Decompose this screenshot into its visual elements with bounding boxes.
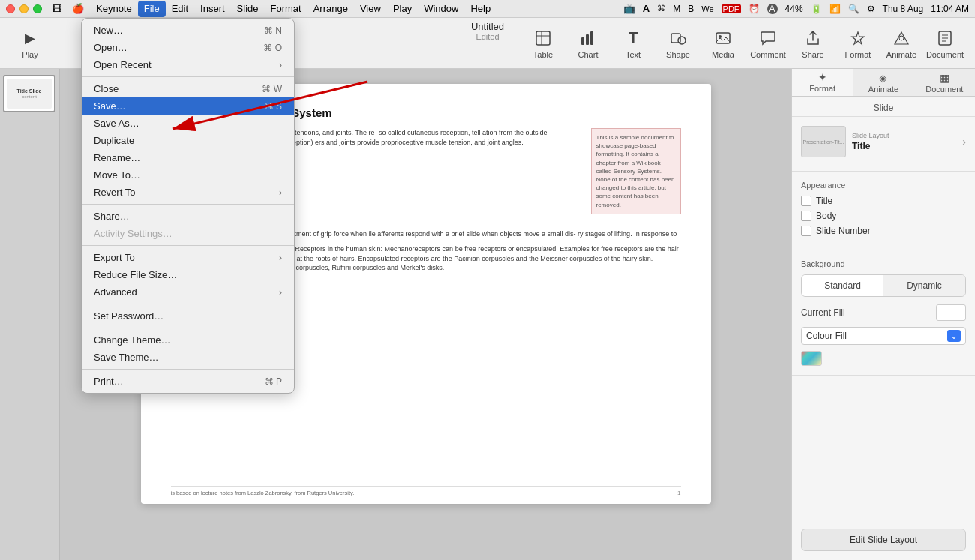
file-menu-overlay: New… ⌘ N Open… ⌘ O Open Recent › Close ⌘… <box>0 18 975 560</box>
menu-item-new[interactable]: New… ⌘ N <box>82 22 294 39</box>
menubar-right: 📺 A ⌘ M B We PDF ⏰ A 44% 🔋 📶 🔍 ⚙ Thu 8 A… <box>623 3 969 14</box>
menu-item-reduce-file-size[interactable]: Reduce File Size… <box>82 266 294 283</box>
menu-item-print[interactable]: Print… ⌘ P <box>82 373 294 390</box>
save-theme-label: Save Theme… <box>94 352 282 363</box>
menu-item-export-to[interactable]: Export To › <box>82 249 294 266</box>
menubar-clock-icon: ⏰ <box>748 4 760 14</box>
revert-to-arrow-icon: › <box>279 187 282 198</box>
menu-item-change-theme[interactable]: Change Theme… <box>82 331 294 349</box>
menubar-mail-icon: M <box>673 4 680 14</box>
export-to-arrow-icon: › <box>279 253 282 263</box>
separator-6 <box>82 369 294 370</box>
file-label: File <box>144 3 160 14</box>
menu-item-set-password[interactable]: Set Password… <box>82 307 294 325</box>
menubar-time: 11:04 AM <box>931 4 969 14</box>
menubar-we-icon: We <box>701 4 713 13</box>
activity-settings-label: Activity Settings… <box>94 228 282 239</box>
battery-icon: 🔋 <box>811 4 822 14</box>
menu-item-share[interactable]: Share… <box>82 208 294 225</box>
menubar-item-insert[interactable]: Insert <box>194 1 231 17</box>
traffic-lights <box>6 4 42 13</box>
advanced-arrow-icon: › <box>279 287 282 298</box>
search-menubar-icon: 🔍 <box>848 4 860 14</box>
menubar-item-apple[interactable]: 🍎 <box>66 1 90 17</box>
menubar-screenshare-icon: 📺 <box>623 3 635 14</box>
open-recent-label: Open Recent <box>94 59 279 70</box>
menu-item-duplicate[interactable]: Duplicate <box>82 132 294 149</box>
menu-item-save-as[interactable]: Save As… <box>82 115 294 132</box>
reduce-file-size-label: Reduce File Size… <box>94 269 282 280</box>
menubar-item-file[interactable]: File <box>138 1 166 17</box>
menubar-item-slide[interactable]: Slide <box>231 1 265 17</box>
menubar-pdf-icon: PDF <box>722 4 741 13</box>
menubar-item-view[interactable]: View <box>354 1 387 17</box>
menubar-date: Thu 8 Aug <box>883 4 924 14</box>
menubar-item-arrange[interactable]: Arrange <box>308 1 354 17</box>
wifi-icon: 📶 <box>830 4 841 14</box>
save-label: Save… <box>94 100 265 112</box>
close-button[interactable] <box>6 4 15 13</box>
menu-item-save[interactable]: Save… ⌘ S <box>82 97 294 115</box>
close-shortcut: ⌘ W <box>262 84 282 94</box>
menu-item-revert-to[interactable]: Revert To › <box>82 184 294 201</box>
keynote-logo-icon: 🎞 <box>51 3 63 15</box>
duplicate-label: Duplicate <box>94 135 282 146</box>
menubar-item-format[interactable]: Format <box>265 1 308 17</box>
revert-to-label: Revert To <box>94 187 279 198</box>
menu-item-advanced[interactable]: Advanced › <box>82 283 294 301</box>
menubar-item-keynote[interactable]: Keynote <box>90 1 138 17</box>
apple-label: 🍎 <box>72 3 84 14</box>
menubar-accessibility-icon: A <box>767 4 778 14</box>
set-password-label: Set Password… <box>94 310 282 322</box>
menu-item-rename[interactable]: Rename… <box>82 149 294 166</box>
open-label: Open… <box>94 42 263 53</box>
print-label: Print… <box>94 376 265 387</box>
menu-item-open-recent[interactable]: Open Recent › <box>82 56 294 73</box>
menubar-translate-icon: ⌘ <box>657 4 665 13</box>
menubar-items: 🍎 Keynote File Edit Insert Slide Format … <box>66 1 496 17</box>
menubar: 🎞 🍎 Keynote File Edit Insert Slide Forma… <box>0 0 975 18</box>
new-label: New… <box>94 25 264 36</box>
print-shortcut: ⌘ P <box>265 376 282 387</box>
change-theme-label: Change Theme… <box>94 334 282 346</box>
separator-3 <box>82 245 294 246</box>
minimize-button[interactable] <box>20 4 28 13</box>
open-recent-arrow-icon: › <box>279 60 282 70</box>
menubar-item-edit[interactable]: Edit <box>166 1 194 17</box>
menubar-textA-icon: A <box>643 3 650 14</box>
menu-item-close[interactable]: Close ⌘ W <box>82 80 294 97</box>
battery-percentage: 44% <box>785 4 803 14</box>
separator-5 <box>82 328 294 328</box>
menubar-item-help[interactable]: Help <box>464 1 496 17</box>
open-shortcut: ⌘ O <box>263 43 282 53</box>
save-as-label: Save As… <box>94 118 282 129</box>
menubar-item-play[interactable]: Play <box>387 1 418 17</box>
save-shortcut: ⌘ S <box>265 101 282 112</box>
export-to-label: Export To <box>94 252 279 263</box>
control-center-icon: ⚙ <box>867 4 875 14</box>
maximize-button[interactable] <box>33 4 42 13</box>
menu-item-save-theme[interactable]: Save Theme… <box>82 349 294 366</box>
advanced-label: Advanced <box>94 286 279 298</box>
file-menu: New… ⌘ N Open… ⌘ O Open Recent › Close ⌘… <box>81 18 295 394</box>
close-label: Close <box>94 83 262 94</box>
menu-item-move-to[interactable]: Move To… <box>82 166 294 184</box>
share-menu-label: Share… <box>94 211 282 222</box>
menubar-item-window[interactable]: Window <box>418 1 464 17</box>
menubar-bear-icon: B <box>688 4 694 14</box>
menu-item-open[interactable]: Open… ⌘ O <box>82 39 294 56</box>
move-to-label: Move To… <box>94 169 282 181</box>
new-shortcut: ⌘ N <box>264 25 282 36</box>
menu-item-activity-settings: Activity Settings… <box>82 225 294 242</box>
keynote-label: Keynote <box>96 3 132 14</box>
separator-2 <box>82 204 294 205</box>
rename-label: Rename… <box>94 152 282 163</box>
separator-4 <box>82 304 294 304</box>
separator-1 <box>82 76 294 77</box>
